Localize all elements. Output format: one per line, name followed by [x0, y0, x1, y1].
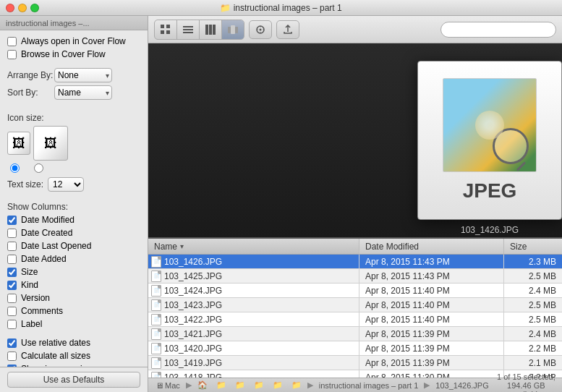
sidebar: instructional images –... Always open in… [0, 16, 148, 392]
sidebar-footer: Use as Defaults [0, 367, 148, 392]
use-relative-dates-option[interactable]: Use relative dates [7, 338, 140, 348]
col-version-option[interactable]: Version [7, 293, 140, 303]
minimize-button[interactable] [18, 4, 27, 12]
search-wrapper[interactable]: 🔍 [440, 22, 556, 38]
col-size-checkbox[interactable] [7, 268, 17, 277]
col-kind-label: Kind [21, 280, 38, 290]
coverflow-area[interactable]: JPEG IbEC JPEG JPEG 103_1426.JPG [148, 43, 562, 239]
icon-size-small-radio[interactable] [10, 163, 20, 173]
calculate-all-sizes-label: Calculate all sizes [21, 351, 90, 361]
col-size-option[interactable]: Size [7, 267, 140, 277]
col-date-created-checkbox[interactable] [7, 229, 17, 238]
path-sep-3: ▶ [424, 380, 430, 390]
row-size: 2.3 MB [504, 255, 562, 268]
col-label-checkbox[interactable] [7, 320, 17, 329]
sidebar-title: instructional images –... [0, 16, 148, 30]
close-button[interactable] [6, 4, 14, 12]
col-date-modified-option[interactable]: Date Modified [7, 215, 140, 225]
col-header-name[interactable]: Name ▾ [148, 239, 359, 254]
col-date-last-opened-checkbox[interactable] [7, 242, 17, 251]
svg-rect-2 [161, 30, 164, 34]
list-row[interactable]: 📄 103_1421.JPG Apr 8, 2015 11:39 PM 2.4 … [148, 327, 562, 341]
path-sep-1: ▶ [186, 380, 192, 390]
list-row[interactable]: 📄 103_1425.JPG Apr 8, 2015 11:43 PM 2.5 … [148, 269, 562, 284]
sort-by-wrap[interactable]: Name [54, 85, 112, 100]
show-columns-label: Show Columns: [7, 202, 140, 212]
svg-rect-3 [166, 30, 170, 34]
list-row[interactable]: 📄 103_1424.JPG Apr 8, 2015 11:40 PM 2.4 … [148, 284, 562, 298]
col-comments-checkbox[interactable] [7, 307, 17, 316]
list-row[interactable]: 📄 103_1419.JPG Apr 8, 2015 11:39 PM 2.1 … [148, 356, 562, 370]
svg-rect-6 [183, 32, 193, 33]
window-controls[interactable] [6, 4, 39, 12]
arrange-by-wrap[interactable]: None [54, 68, 112, 82]
file-icon: 📄 [151, 372, 161, 378]
action-button[interactable] [249, 20, 272, 39]
col-date-added-option[interactable]: Date Added [7, 254, 140, 264]
path-folder3-button[interactable]: 📁 [251, 380, 267, 391]
list-row[interactable]: 📄 103_1426.JPG Apr 8, 2015 11:43 PM 2.3 … [148, 255, 562, 269]
list-rows: 📄 103_1426.JPG Apr 8, 2015 11:43 PM 2.3 … [148, 255, 562, 378]
browse-cover-flow-checkbox[interactable] [7, 50, 17, 59]
row-date: Apr 8, 2015 11:39 PM [359, 356, 504, 370]
icon-size-large-radio[interactable] [34, 163, 43, 173]
col-header-size[interactable]: Size [504, 239, 562, 254]
col-date-modified-checkbox[interactable] [7, 216, 17, 225]
coverflow-main[interactable]: JPEG 103_1426.JPG [417, 61, 562, 220]
row-filename: 103_1426.JPG [164, 257, 222, 267]
file-icon: 📄 [151, 314, 161, 325]
row-filename: 103_1424.JPG [164, 286, 222, 296]
sort-arrow: ▾ [180, 242, 184, 250]
list-row[interactable]: 📄 103_1423.JPG Apr 8, 2015 11:40 PM 2.5 … [148, 298, 562, 312]
path-collection-button[interactable]: instructional images – part 1 [316, 380, 422, 391]
svg-rect-0 [161, 25, 164, 28]
path-nav-button[interactable]: 🏠 [195, 380, 210, 391]
row-date: Apr 8, 2015 11:39 PM [359, 327, 504, 341]
always-open-checkbox[interactable] [7, 37, 17, 46]
row-date: Apr 8, 2015 11:40 PM [359, 298, 504, 312]
text-size-select[interactable]: 12 [48, 177, 84, 192]
col-date-added-checkbox[interactable] [7, 255, 17, 264]
row-date: Apr 8, 2015 11:43 PM [359, 255, 504, 268]
col-date-added-label: Date Added [21, 254, 67, 264]
col-header-date[interactable]: Date Modified [359, 239, 504, 254]
arrange-by-select[interactable]: None [54, 68, 112, 82]
path-folder5-button[interactable]: 📁 [289, 380, 305, 391]
always-open-option[interactable]: Always open in Cover Flow [7, 36, 140, 46]
coverflow-main-jpeg-label: JPEG [463, 179, 517, 203]
sidebar-title-text: instructional images –... [6, 19, 90, 27]
list-row[interactable]: 📄 103_1420.JPG Apr 8, 2015 11:39 PM 2.2 … [148, 341, 562, 356]
use-relative-dates-checkbox[interactable] [7, 338, 17, 348]
sort-by-select[interactable]: Name [54, 85, 112, 100]
path-mac-button[interactable]: 🖥 Mac [153, 380, 183, 391]
list-row[interactable]: 📄 103_1422.JPG Apr 8, 2015 11:40 PM 2.5 … [148, 312, 562, 327]
col-kind-checkbox[interactable] [7, 281, 17, 290]
path-folder4-button[interactable]: 📁 [270, 380, 286, 391]
calculate-all-sizes-checkbox[interactable] [7, 351, 17, 361]
search-input[interactable] [440, 22, 556, 38]
col-label-option[interactable]: Label [7, 319, 140, 329]
path-file-button[interactable]: 103_1426.JPG [433, 380, 491, 391]
view-icons-button[interactable] [155, 20, 177, 39]
path-folder2-button[interactable]: 📁 [232, 380, 248, 391]
icon-size-label: Icon size: [7, 113, 140, 123]
col-comments-option[interactable]: Comments [7, 306, 140, 316]
icon-size-small-preview: 🖼 [7, 132, 30, 155]
view-list-button[interactable] [177, 20, 200, 39]
col-name-text: Name [154, 242, 177, 252]
row-name: 📄 103_1423.JPG [148, 298, 359, 312]
col-date-last-opened-option[interactable]: Date Last Opened [7, 241, 140, 251]
view-coverflow-button[interactable] [222, 20, 244, 39]
col-kind-option[interactable]: Kind [7, 280, 140, 290]
use-defaults-button[interactable]: Use as Defaults [7, 372, 140, 388]
browse-cover-flow-option[interactable]: Browse in Cover Flow [7, 49, 140, 59]
view-columns-button[interactable] [200, 20, 222, 39]
row-size: 2.5 MB [504, 269, 562, 283]
calculate-all-sizes-option[interactable]: Calculate all sizes [7, 351, 140, 361]
row-date: Apr 8, 2015 11:43 PM [359, 269, 504, 283]
maximize-button[interactable] [30, 4, 39, 12]
col-version-checkbox[interactable] [7, 294, 17, 303]
path-folder-button[interactable]: 📁 [213, 380, 229, 391]
col-date-created-option[interactable]: Date Created [7, 228, 140, 238]
share-button[interactable] [276, 20, 299, 39]
